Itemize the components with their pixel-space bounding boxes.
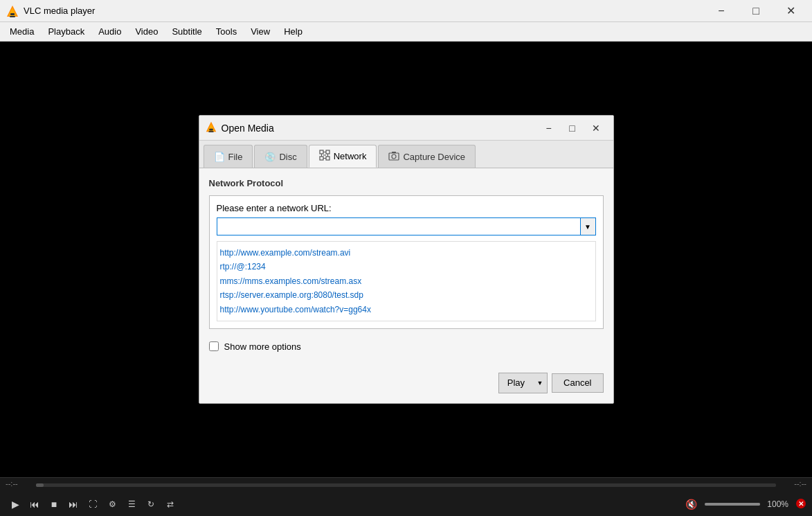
app-icon [6,4,19,18]
url-label: Please enter a network URL: [217,203,596,213]
tab-file[interactable]: 📄 File [204,145,253,168]
menu-video[interactable]: Video [128,24,165,39]
menu-help[interactable]: Help [277,24,309,39]
capture-tab-label: Capture Device [403,152,465,162]
svg-rect-11 [326,157,330,160]
menu-media[interactable]: Media [3,24,41,39]
url-input[interactable] [217,217,581,235]
controls-row: ▶ ⏮ ■ ⏭ ⛶ ⚙ ☰ ↻ ⇄ 🔇 100% ✕ [0,490,812,516]
volume-slider[interactable] [705,503,760,506]
url-example-4[interactable]: rtsp://server.example.org:8080/test.sdp [220,288,593,302]
playlist-button[interactable]: ☰ [122,495,141,514]
prev-button[interactable]: ⏮ [25,495,44,514]
svg-rect-2 [10,13,15,15]
show-more-checkbox[interactable] [209,341,219,351]
progress-fill [36,483,44,487]
dialog-icon [205,121,217,135]
title-bar: VLC media player − □ ✕ [0,0,812,22]
fullscreen-button[interactable]: ⛶ [83,495,102,514]
menu-view[interactable]: View [244,24,277,39]
url-examples-box: http://www.example.com/stream.avi rtp://… [217,241,596,321]
bottom-bar: --:-- --:-- ▶ ⏮ ■ ⏭ ⛶ ⚙ ☰ ↻ ⇄ 🔇 100% [0,477,812,516]
disc-tab-label: Disc [279,152,296,162]
app-title: VLC media player [24,6,705,16]
stop-button[interactable]: ■ [44,495,64,514]
url-example-2[interactable]: rtp://@:1234 [220,260,593,274]
progress-bar[interactable] [36,483,776,487]
window-controls: − □ ✕ [705,0,806,22]
menu-tools[interactable]: Tools [209,24,244,39]
svg-rect-3 [10,16,15,17]
play-button-group: Play ▼ [498,373,548,393]
url-input-row: ▼ [217,217,596,235]
svg-point-18 [392,154,396,159]
network-tab-label: Network [334,151,367,161]
close-button[interactable]: ✕ [775,0,806,22]
file-tab-icon: 📄 [214,152,225,162]
svg-rect-9 [326,150,330,154]
play-button[interactable]: Play [499,373,533,393]
file-tab-label: File [228,152,243,162]
tab-disc[interactable]: 💿 Disc [254,145,307,168]
modal-overlay: Open Media − □ ✕ 📄 File 💿 Disc [0,42,812,477]
url-example-1[interactable]: http://www.example.com/stream.avi [220,246,593,260]
svg-rect-19 [392,152,396,153]
right-controls: 🔇 100% ✕ [681,495,806,514]
dialog-maximize-button[interactable]: □ [561,118,584,138]
maximize-button[interactable]: □ [740,0,772,22]
tab-network[interactable]: Network [309,145,377,168]
dialog-body: Network Protocol Please enter a network … [199,168,613,368]
dialog-close-button[interactable]: ✕ [584,118,608,138]
dialog-minimize-button[interactable]: − [537,118,561,138]
menu-bar: Media Playback Audio Video Subtitle Tool… [0,22,812,42]
dialog-footer: Play ▼ Cancel [199,368,613,403]
loop-button[interactable]: ↻ [141,495,161,514]
menu-subtitle[interactable]: Subtitle [165,24,208,39]
svg-rect-7 [208,131,213,132]
cancel-button[interactable]: Cancel [552,373,603,393]
network-protocol-box: Please enter a network URL: ▼ http://www… [209,195,604,329]
dialog-title: Open Media [222,123,537,134]
volume-label: 100% [767,499,788,509]
main-area: Open Media − □ ✕ 📄 File 💿 Disc [0,42,812,477]
next-button[interactable]: ⏭ [64,495,83,514]
show-more-label[interactable]: Show more options [224,341,301,352]
dialog-title-bar: Open Media − □ ✕ [199,116,613,141]
open-media-dialog: Open Media − □ ✕ 📄 File 💿 Disc [199,115,614,404]
menu-audio[interactable]: Audio [91,24,128,39]
mute-button[interactable]: 🔇 [681,495,701,514]
menu-playback[interactable]: Playback [41,24,91,39]
url-example-5[interactable]: http://www.yourtube.com/watch?v=gg64x [220,303,593,317]
time-right: --:-- [794,479,806,488]
extended-button[interactable]: ⚙ [102,495,122,514]
error-icon: ✕ [795,498,806,511]
svg-rect-10 [320,157,323,160]
url-example-3[interactable]: mms://mms.examples.com/stream.asx [220,274,593,288]
play-control-button[interactable]: ▶ [6,495,25,514]
svg-rect-6 [209,129,213,131]
time-left: --:-- [6,479,18,488]
minimize-button[interactable]: − [705,0,737,22]
network-tab-icon [319,150,330,163]
disc-tab-icon: 💿 [264,152,276,162]
random-button[interactable]: ⇄ [161,495,180,514]
tab-capture[interactable]: Capture Device [378,145,476,168]
svg-rect-8 [320,150,323,154]
capture-tab-icon [388,150,399,163]
svg-text:✕: ✕ [798,500,804,508]
show-more-row: Show more options [209,337,604,359]
tabs-container: 📄 File 💿 Disc [199,141,613,168]
section-label: Network Protocol [209,178,604,188]
play-dropdown-button[interactable]: ▼ [533,373,547,393]
url-dropdown-button[interactable]: ▼ [581,217,596,235]
